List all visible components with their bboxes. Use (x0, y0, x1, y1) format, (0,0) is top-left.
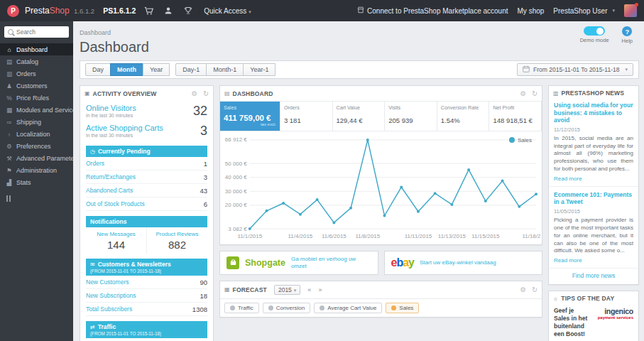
read-more-link[interactable]: Read more (554, 257, 633, 264)
main-content: Dashboard Dashboard Demo mode Help Day M… (73, 21, 644, 341)
online-visitors-link[interactable]: Online Visitors (86, 104, 136, 112)
user-avatar[interactable] (624, 4, 637, 17)
news-article-title[interactable]: Using social media for your business: 4 … (554, 102, 633, 124)
kpi-cell[interactable]: Net Profit 148 918,51 € (489, 102, 542, 131)
forecast-panel: ▦ FORECAST 2015 ⚙ ↻ Traffic (219, 281, 542, 318)
kpi-label: Orders (284, 104, 329, 111)
forecast-legend-button[interactable]: Average Cart Value (314, 303, 382, 313)
notifications-header: Notifications (86, 216, 207, 227)
mail-icon: ✉ (90, 261, 95, 268)
gear-icon[interactable]: ⚙ (520, 90, 527, 97)
sidebar-item[interactable]: ⚒ Advanced Parameters (0, 152, 73, 164)
customers-row-link[interactable]: New Customers (86, 278, 129, 286)
sidebar-item[interactable]: ▤ Catalog (0, 55, 73, 67)
customers-row-link[interactable]: Total Subscribers (86, 305, 132, 313)
period-button[interactable]: Year (143, 63, 170, 76)
kpi-cell[interactable]: Sales 411 759,00 € tax excl. (220, 102, 280, 131)
cart-icon[interactable] (141, 0, 155, 21)
forecast-legend-button[interactable]: Sales (386, 303, 419, 313)
sidebar-item[interactable]: ♁ Localization (0, 128, 73, 140)
active-carts-value: 3 (200, 124, 207, 139)
sidebar-item-label: Catalog (16, 58, 38, 65)
date-filter-bar: Day Month Year Day-1 Month-1 Year-1 (80, 60, 639, 79)
customers-quick-icon[interactable] (161, 0, 175, 21)
previous-period-button[interactable]: Year-1 (243, 63, 275, 76)
refresh-icon[interactable]: ↻ (203, 90, 209, 97)
sidebar-item[interactable]: ⇨ Shipping (0, 116, 73, 128)
sidebar-item[interactable]: ▟ Stats (0, 176, 73, 188)
prestashop-logo-icon[interactable]: P (7, 5, 19, 17)
kpi-value: 3 181 (284, 117, 329, 124)
shopgate-link[interactable]: Ga mobiel en verhoog uw omzet (291, 256, 371, 269)
sidebar-item[interactable]: ▦ Modules and Services (0, 104, 73, 116)
collapse-sidebar-button[interactable] (6, 195, 15, 202)
read-more-link[interactable]: Read more (554, 175, 633, 182)
sidebar-item[interactable]: ⚑ Administration (0, 164, 73, 176)
sidebar-item[interactable]: ⚙ Preferences (0, 140, 73, 152)
svg-text:20 000 €: 20 000 € (225, 202, 247, 208)
period-button[interactable]: Month (110, 63, 143, 76)
date-range-picker[interactable]: From 2015-11-01 To 2015-11-18 (517, 63, 633, 76)
sidebar-search[interactable] (4, 26, 69, 38)
trophy-icon[interactable] (181, 0, 195, 21)
period-button[interactable]: Day (85, 63, 111, 76)
sidebar-item[interactable]: ▥ Orders (0, 67, 73, 80)
prestashop-news-panel: ▥ PRESTASHOP NEWS Using social media for… (548, 85, 639, 285)
pending-row: Abandoned Carts 43 (86, 184, 207, 197)
sidebar-item-icon: ⌂ (6, 46, 13, 53)
demo-mode-toggle[interactable] (584, 26, 605, 36)
search-icon (8, 29, 13, 35)
notification-cell[interactable]: New Messages 144 (86, 227, 146, 254)
marketplace-link[interactable]: Connect to PrestaShop Marketplace accoun… (357, 6, 508, 15)
pending-row-link[interactable]: Return/Exchanges (86, 173, 136, 180)
forecast-legend-button[interactable]: Traffic (224, 303, 259, 313)
sidebar-item-icon: ▤ (6, 58, 13, 65)
pending-row-link[interactable]: Out of Stock Products (86, 200, 145, 207)
quick-access-menu[interactable]: Quick Access (204, 7, 251, 15)
gear-icon[interactable]: ⚙ (520, 286, 527, 293)
svg-text:11/18/2015: 11/18/2015 (522, 233, 540, 239)
forecast-legend-button[interactable]: Conversion (263, 303, 310, 313)
gear-icon[interactable]: ⚙ (192, 90, 198, 97)
active-carts-link[interactable]: Active Shopping Carts (86, 124, 163, 132)
news-article-title[interactable]: Ecommerce 101: Payments in a Tweet (554, 191, 633, 206)
chart-legend[interactable]: Sales (509, 137, 532, 144)
help-icon[interactable] (622, 26, 632, 36)
refresh-icon[interactable]: ↻ (532, 286, 537, 293)
kpi-cell[interactable]: Visits 205 939 (385, 102, 437, 131)
ebay-logo-letter: a (403, 256, 408, 269)
sidebar-search-input[interactable] (16, 28, 65, 36)
news-article-date: 11/05/2015 (554, 208, 633, 215)
kpi-cell[interactable]: Orders 3 181 (280, 102, 333, 131)
pending-row-link[interactable]: Abandoned Carts (86, 187, 133, 194)
forecast-legend-dot (230, 305, 235, 310)
marketplace-icon (357, 6, 364, 15)
notification-cell[interactable]: Product Reviews 882 (146, 227, 207, 254)
user-menu[interactable]: PrestaShop User (553, 7, 615, 15)
pending-row-value: 43 (200, 187, 207, 195)
my-shop-link[interactable]: My shop (518, 7, 545, 15)
refresh-icon[interactable]: ↻ (532, 90, 537, 97)
sidebar-item[interactable]: % Price Rules (0, 92, 73, 104)
sidebar-item[interactable]: ♟ Customers (0, 80, 73, 92)
previous-period-button[interactable]: Month-1 (206, 63, 244, 76)
shop-name[interactable]: PS1.6.1.2 (103, 6, 136, 15)
sidebar-item-icon: ♁ (6, 131, 13, 138)
sidebar-item[interactable]: ⌂ Dashboard (0, 43, 73, 55)
kpi-cell[interactable]: Conversion Rate 1.54% (437, 102, 490, 131)
breadcrumb[interactable]: Dashboard (80, 29, 111, 36)
dashboard-panel: ▤ DASHBOARD ⚙ ↻ Sales 411 759,00 € tax e… (219, 85, 542, 245)
sidebar-nav: ⌂ Dashboard ▤ Catalog ▥ Orders ♟ Custome… (0, 43, 73, 188)
forecast-prev-button[interactable] (307, 286, 311, 293)
previous-period-button[interactable]: Day-1 (175, 63, 207, 76)
brand[interactable]: PrestaShop 1.6.1.2 (25, 6, 94, 16)
kpi-cell[interactable]: Cart Value 129,44 € (333, 102, 386, 131)
customers-row-link[interactable]: New Subscriptions (86, 292, 136, 299)
sales-chart-area: Sales 66 912 €50 000 €40 000 €30 000 €20… (220, 131, 542, 244)
sidebar-item-icon: % (6, 94, 13, 102)
forecast-next-button[interactable] (318, 286, 322, 293)
pending-row-link[interactable]: Orders (86, 160, 104, 167)
ebay-link[interactable]: Start uw eBay-winkel vandaag (420, 259, 496, 266)
forecast-year-select[interactable]: 2015 (274, 285, 300, 295)
find-more-news-link[interactable]: Find more news (549, 268, 638, 284)
